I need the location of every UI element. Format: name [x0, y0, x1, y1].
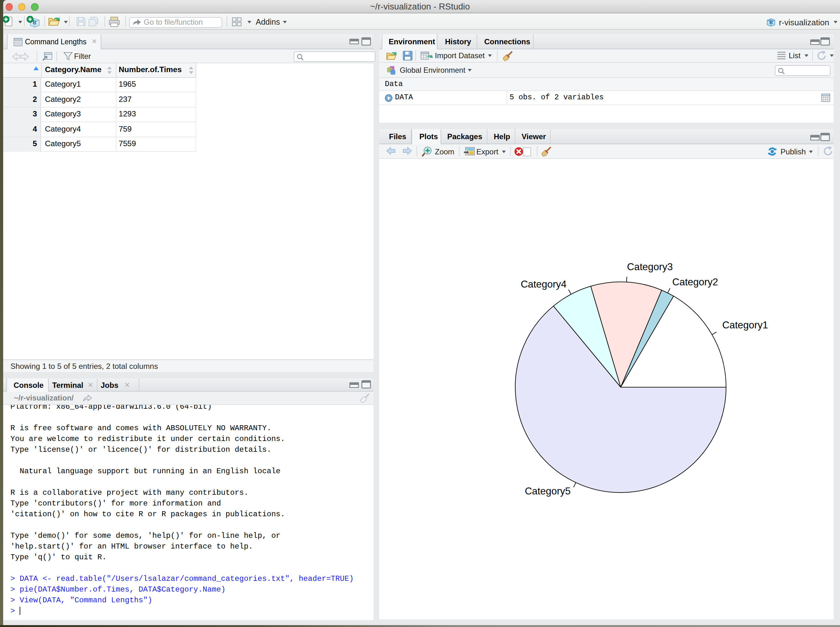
svg-text:Category4: Category4	[521, 278, 567, 290]
svg-text:Category2: Category2	[672, 276, 718, 287]
svg-text:Category3: Category3	[627, 261, 673, 272]
svg-text:R: R	[769, 19, 773, 25]
svg-text:Category1: Category1	[722, 319, 768, 330]
svg-text:Category5: Category5	[525, 485, 571, 496]
